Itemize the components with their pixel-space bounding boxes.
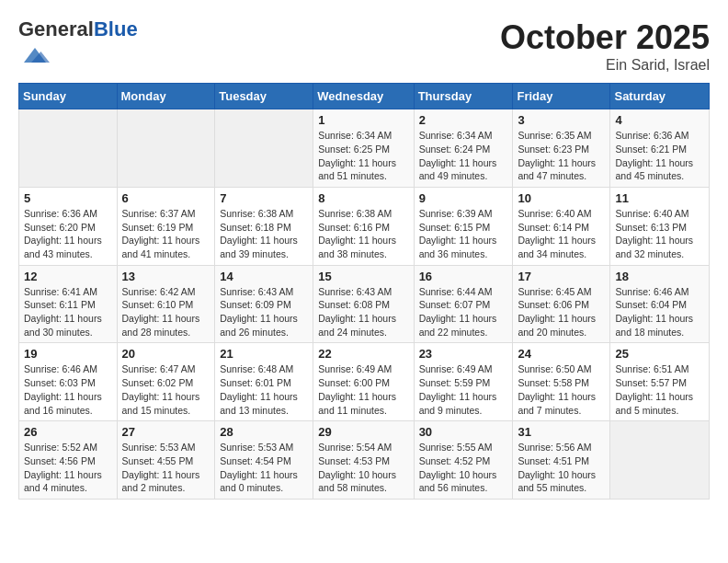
cell-text: Sunset: 4:55 PM (122, 454, 210, 468)
calendar-cell: 31Sunrise: 5:56 AMSunset: 4:51 PMDayligh… (513, 421, 610, 500)
cell-text: and 22 minutes. (419, 326, 508, 339)
day-number: 5 (24, 191, 112, 205)
cell-text: Sunset: 6:11 PM (24, 298, 112, 312)
day-number: 3 (518, 113, 605, 127)
cell-text: and 5 minutes. (615, 404, 704, 418)
calendar-cell: 19Sunrise: 6:46 AMSunset: 6:03 PMDayligh… (19, 343, 118, 421)
logo-icon (20, 40, 50, 70)
calendar-week-1: 5Sunrise: 6:36 AMSunset: 6:20 PMDaylight… (19, 187, 710, 265)
cell-text: Sunrise: 6:43 AM (220, 285, 308, 299)
cell-text: Sunset: 6:23 PM (518, 143, 605, 156)
cell-text: Sunset: 6:02 PM (122, 376, 210, 390)
cell-text: Sunrise: 6:46 AM (615, 285, 704, 299)
day-number: 29 (318, 425, 408, 439)
cell-text: Daylight: 11 hours (122, 468, 210, 482)
calendar-cell: 8Sunrise: 6:38 AMSunset: 6:16 PMDaylight… (313, 187, 414, 265)
day-number: 6 (122, 191, 210, 205)
cell-text: Sunrise: 6:45 AM (518, 285, 605, 299)
calendar-table: SundayMondayTuesdayWednesdayThursdayFrid… (18, 83, 710, 500)
cell-text: Sunset: 6:08 PM (318, 298, 408, 312)
calendar-cell: 27Sunrise: 5:53 AMSunset: 4:55 PMDayligh… (117, 421, 215, 500)
cell-text: Daylight: 11 hours (24, 234, 112, 247)
cell-text: and 30 minutes. (24, 326, 112, 339)
calendar-cell (610, 421, 710, 500)
day-number: 30 (419, 425, 508, 439)
cell-text: and 49 minutes. (419, 169, 508, 183)
cell-text: Sunset: 6:20 PM (24, 221, 112, 235)
cell-text: Sunset: 6:09 PM (220, 298, 308, 312)
cell-text: Daylight: 11 hours (615, 312, 704, 326)
cell-text: Daylight: 11 hours (318, 234, 408, 247)
day-number: 14 (220, 270, 308, 283)
weekday-header-friday: Friday (513, 84, 610, 109)
weekday-header-tuesday: Tuesday (215, 84, 313, 109)
cell-text: Sunset: 4:52 PM (419, 454, 508, 468)
cell-text: Sunrise: 6:40 AM (615, 207, 704, 221)
cell-text: Daylight: 11 hours (220, 468, 308, 482)
cell-text: Sunset: 6:25 PM (318, 143, 408, 156)
calendar-cell: 29Sunrise: 5:54 AMSunset: 4:53 PMDayligh… (313, 421, 414, 500)
cell-text: Daylight: 11 hours (615, 234, 704, 247)
cell-text: Sunset: 4:51 PM (518, 454, 605, 468)
calendar-cell: 16Sunrise: 6:44 AMSunset: 6:07 PMDayligh… (414, 265, 513, 343)
cell-text: Sunrise: 5:54 AM (318, 441, 408, 454)
calendar-cell: 12Sunrise: 6:41 AMSunset: 6:11 PMDayligh… (19, 265, 118, 343)
day-number: 12 (24, 270, 112, 283)
day-number: 23 (419, 347, 508, 361)
day-number: 19 (24, 347, 112, 361)
cell-text: Sunrise: 6:50 AM (518, 362, 605, 376)
cell-text: and 41 minutes. (122, 247, 210, 261)
cell-text: Sunset: 6:13 PM (615, 221, 704, 235)
cell-text: Sunset: 4:53 PM (318, 454, 408, 468)
cell-text: Sunrise: 6:47 AM (122, 362, 210, 376)
logo-general-text: General (18, 17, 94, 40)
cell-text: Daylight: 10 hours (419, 468, 508, 482)
calendar-cell: 22Sunrise: 6:49 AMSunset: 6:00 PMDayligh… (313, 343, 414, 421)
cell-text: and 13 minutes. (220, 404, 308, 418)
weekday-header-wednesday: Wednesday (313, 84, 414, 109)
cell-text: Sunset: 6:16 PM (318, 221, 408, 235)
cell-text: Sunrise: 6:34 AM (318, 129, 408, 143)
calendar-week-3: 19Sunrise: 6:46 AMSunset: 6:03 PMDayligh… (19, 343, 710, 421)
cell-text: Sunrise: 6:46 AM (24, 362, 112, 376)
cell-text: Sunrise: 6:36 AM (24, 207, 112, 221)
month-title: October 2025 (500, 18, 710, 57)
cell-text: Daylight: 11 hours (419, 312, 508, 326)
calendar-cell: 18Sunrise: 6:46 AMSunset: 6:04 PMDayligh… (610, 265, 710, 343)
day-number: 17 (518, 270, 605, 283)
day-number: 2 (419, 113, 508, 127)
cell-text: Sunrise: 5:56 AM (518, 441, 605, 454)
cell-text: Sunset: 6:15 PM (419, 221, 508, 235)
calendar-week-4: 26Sunrise: 5:52 AMSunset: 4:56 PMDayligh… (19, 421, 710, 500)
calendar-cell: 2Sunrise: 6:34 AMSunset: 6:24 PMDaylight… (414, 109, 513, 188)
day-number: 7 (220, 191, 308, 205)
cell-text: and 56 minutes. (419, 481, 508, 495)
day-number: 24 (518, 347, 605, 361)
calendar-cell: 13Sunrise: 6:42 AMSunset: 6:10 PMDayligh… (117, 265, 215, 343)
cell-text: Sunrise: 5:53 AM (122, 441, 210, 454)
cell-text: and 38 minutes. (318, 247, 408, 261)
day-number: 8 (318, 191, 408, 205)
calendar-cell: 23Sunrise: 6:49 AMSunset: 5:59 PMDayligh… (414, 343, 513, 421)
weekday-header-sunday: Sunday (19, 84, 118, 109)
location: Ein Sarid, Israel (500, 57, 710, 74)
calendar-cell: 20Sunrise: 6:47 AMSunset: 6:02 PMDayligh… (117, 343, 215, 421)
cell-text: and 18 minutes. (615, 326, 704, 339)
calendar-week-2: 12Sunrise: 6:41 AMSunset: 6:11 PMDayligh… (19, 265, 710, 343)
cell-text: Sunrise: 6:43 AM (318, 285, 408, 299)
calendar-cell (19, 109, 118, 188)
cell-text: and 2 minutes. (122, 481, 210, 495)
cell-text: Daylight: 11 hours (220, 234, 308, 247)
cell-text: Sunset: 6:03 PM (24, 376, 112, 390)
title-block: October 2025 Ein Sarid, Israel (500, 18, 710, 74)
cell-text: Sunset: 6:00 PM (318, 376, 408, 390)
calendar-cell (215, 109, 313, 188)
cell-text: Daylight: 11 hours (419, 234, 508, 247)
day-number: 9 (419, 191, 508, 205)
cell-text: Sunrise: 5:52 AM (24, 441, 112, 454)
day-number: 15 (318, 270, 408, 283)
weekday-header-thursday: Thursday (414, 84, 513, 109)
cell-text: and 11 minutes. (318, 404, 408, 418)
cell-text: Sunrise: 6:49 AM (318, 362, 408, 376)
calendar-cell: 7Sunrise: 6:38 AMSunset: 6:18 PMDaylight… (215, 187, 313, 265)
